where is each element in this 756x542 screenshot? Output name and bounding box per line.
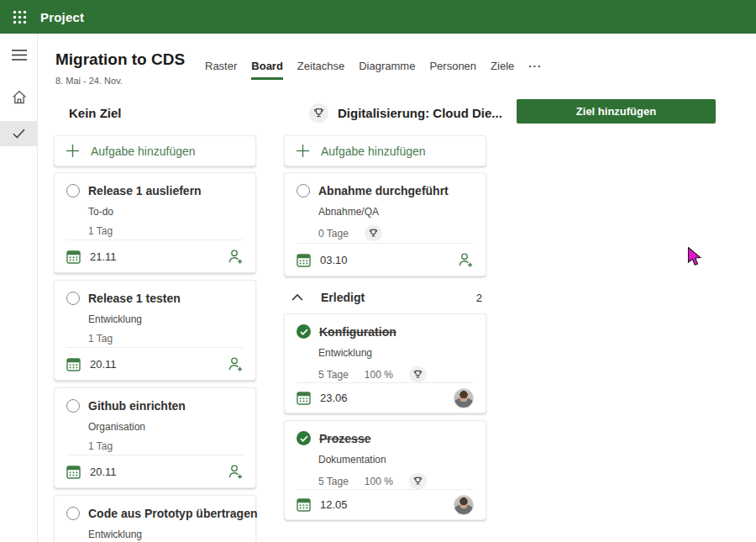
assign-person-icon[interactable] <box>457 251 474 268</box>
app-name: Project <box>40 10 84 24</box>
task-card-completed[interactable]: Konfiguration Entwicklung 5 Tage 100 % <box>284 313 486 413</box>
task-duration: 0 Tage <box>318 228 349 239</box>
complete-circle-icon[interactable] <box>66 184 80 197</box>
calendar-icon[interactable] <box>297 391 311 405</box>
add-task-button[interactable]: Aufgabe hinzufügen <box>54 135 256 166</box>
tab-zeitachse[interactable]: Zeitachse <box>297 56 344 80</box>
assignee-avatar[interactable] <box>454 388 474 408</box>
task-duration: 1 Tag <box>88 440 113 452</box>
task-title: Code aus Prototyp übertragen <box>88 507 257 520</box>
task-card[interactable]: Release 1 testen Entwicklung 1 Tag 20.11 <box>54 280 256 381</box>
task-duration: 5 Tage <box>318 369 349 381</box>
view-tabs: Raster Board Zeitachse Diagramme Persone… <box>205 56 556 80</box>
app-launcher-icon[interactable] <box>0 0 39 34</box>
tab-diagramme[interactable]: Diagramme <box>359 56 415 80</box>
goal-trophy-badge-icon <box>409 473 427 489</box>
task-title: Abnahme durchgeführt <box>318 184 449 197</box>
add-goal-button[interactable]: Ziel hinzufügen <box>517 99 716 124</box>
task-card[interactable]: Github einrichten Organisation 1 Tag 20.… <box>54 387 256 488</box>
task-percent: 100 % <box>365 369 393 381</box>
plus-icon <box>296 144 310 158</box>
completed-check-icon[interactable] <box>297 324 311 339</box>
more-tabs-icon[interactable]: ··· <box>528 56 542 80</box>
home-icon[interactable] <box>0 82 38 111</box>
task-bucket: Entwicklung <box>318 347 474 359</box>
left-nav-rail <box>0 34 38 542</box>
complete-circle-icon[interactable] <box>66 507 80 520</box>
column-title-no-goal: Kein Ziel <box>69 106 122 120</box>
calendar-icon[interactable] <box>66 465 81 479</box>
done-section-label: Erledigt <box>321 291 365 304</box>
due-date: 20.11 <box>90 466 117 478</box>
task-card-completed[interactable]: Prozesse Dokumentation 5 Tage 100 % <box>284 420 486 520</box>
add-task-label: Aufgabe hinzufügen <box>91 145 196 158</box>
calendar-icon[interactable] <box>297 253 311 267</box>
complete-circle-icon[interactable] <box>66 292 80 305</box>
chevron-up-icon[interactable] <box>291 294 303 301</box>
task-duration: 5 Tage <box>318 476 349 487</box>
due-date: 23.06 <box>320 392 348 404</box>
task-bucket: Organisation <box>88 421 244 433</box>
task-bucket: Abnahme/QA <box>318 206 474 218</box>
project-board-window: Project Migration to CDS 8. Mai - 24. No… <box>0 0 756 542</box>
complete-circle-icon[interactable] <box>297 184 310 197</box>
assign-person-icon[interactable] <box>227 355 244 372</box>
task-title: Github einrichten <box>88 399 186 413</box>
trophy-icon <box>309 103 328 123</box>
task-card[interactable]: Abnahme durchgeführt Abnahme/QA 0 Tage <box>284 172 486 276</box>
board-column-no-goal: Aufgabe hinzufügen Release 1 ausliefern … <box>54 135 256 542</box>
task-bucket: To-do <box>88 206 244 218</box>
due-date: 20.11 <box>90 358 117 371</box>
task-bucket: Entwicklung <box>88 313 244 325</box>
add-task-button[interactable]: Aufgabe hinzufügen <box>284 135 486 166</box>
task-bucket: Dokumentation <box>318 454 474 466</box>
project-date-range: 8. Mai - 24. Nov. <box>55 76 123 86</box>
task-title: Release 1 ausliefern <box>88 184 202 197</box>
calendar-icon[interactable] <box>66 250 81 264</box>
due-date: 12.05 <box>320 498 348 511</box>
column-goal-chip[interactable]: Digitalisierung: Cloud Die... <box>309 103 502 123</box>
completed-check-icon[interactable] <box>297 431 311 445</box>
sidebar-item-tasks[interactable] <box>0 121 38 146</box>
task-card[interactable]: Code aus Prototyp übertragen Entwicklung <box>54 495 256 542</box>
board-column-goal: Aufgabe hinzufügen Abnahme durchgeführt … <box>284 135 486 527</box>
tab-board[interactable]: Board <box>251 56 283 80</box>
app-top-bar: Project <box>0 0 756 34</box>
main-content: Migration to CDS 8. Mai - 24. Nov. Raste… <box>38 34 756 542</box>
due-date: 21.11 <box>90 250 117 263</box>
goal-trophy-badge-icon <box>409 366 427 382</box>
complete-circle-icon[interactable] <box>66 399 80 413</box>
goal-trophy-badge-icon <box>365 225 382 241</box>
done-section-header: Erledigt 2 <box>284 289 486 306</box>
tab-raster[interactable]: Raster <box>205 56 237 80</box>
due-date: 03.10 <box>320 254 348 266</box>
task-title: Prozesse <box>319 432 370 445</box>
column-title-goal: Digitalisierung: Cloud Die... <box>338 106 502 120</box>
tab-personen[interactable]: Personen <box>429 56 476 80</box>
tab-ziele[interactable]: Ziele <box>491 56 514 80</box>
assign-person-icon[interactable] <box>227 248 244 265</box>
done-section-count: 2 <box>476 292 482 304</box>
task-duration: 1 Tag <box>88 333 113 345</box>
add-task-label: Aufgabe hinzufügen <box>321 145 426 158</box>
assignee-avatar[interactable] <box>454 495 474 515</box>
task-percent: 100 % <box>365 476 393 487</box>
task-title: Release 1 testen <box>88 292 181 305</box>
calendar-icon[interactable] <box>297 497 311 512</box>
plus-icon <box>66 144 80 158</box>
page-title: Migration to CDS <box>55 50 185 69</box>
hamburger-menu-icon[interactable] <box>0 40 38 69</box>
task-duration: 1 Tag <box>88 225 113 237</box>
task-card[interactable]: Release 1 ausliefern To-do 1 Tag 21.11 <box>54 172 256 273</box>
assign-person-icon[interactable] <box>227 463 244 480</box>
calendar-icon[interactable] <box>66 357 81 371</box>
task-bucket: Entwicklung <box>88 529 244 540</box>
task-title: Konfiguration <box>319 325 396 339</box>
